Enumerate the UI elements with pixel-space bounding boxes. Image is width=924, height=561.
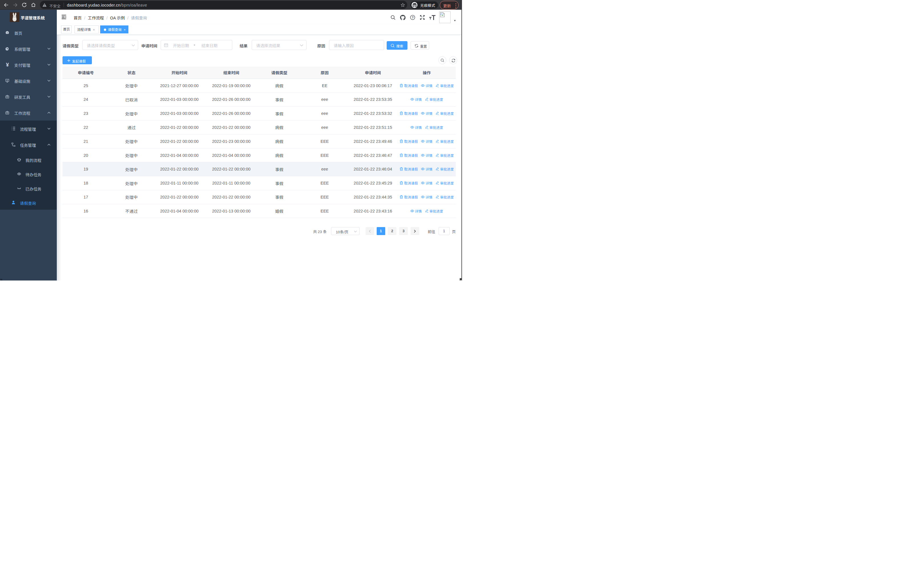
svg-text:?: ?	[412, 16, 414, 19]
